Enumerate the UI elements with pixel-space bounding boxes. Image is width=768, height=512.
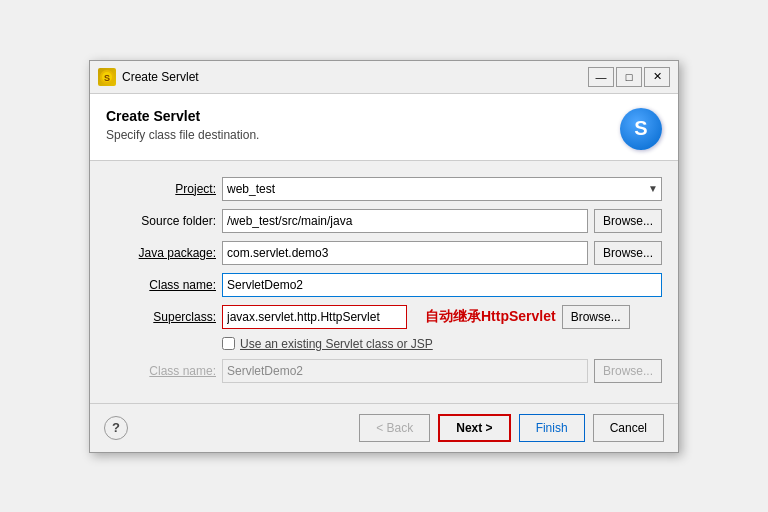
use-existing-text: Use an existing Servlet class or JSP xyxy=(240,337,433,351)
close-button[interactable]: ✕ xyxy=(644,67,670,87)
superclass-field-wrap: 自动继承HttpServlet Browse... xyxy=(222,305,662,329)
project-select[interactable]: web_test xyxy=(222,177,662,201)
source-folder-field-wrap: Browse... xyxy=(222,209,662,233)
header-left: Create Servlet Specify class file destin… xyxy=(106,108,259,142)
superclass-annotation: 自动继承HttpServlet xyxy=(425,308,556,326)
create-servlet-dialog: S Create Servlet — □ ✕ Create Servlet Sp… xyxy=(89,60,679,453)
java-package-field-wrap: Browse... xyxy=(222,241,662,265)
next-button[interactable]: Next > xyxy=(438,414,510,442)
header-subtitle: Specify class file destination. xyxy=(106,128,259,142)
class-name-input[interactable] xyxy=(222,273,662,297)
java-package-row: Java package: Browse... xyxy=(106,241,662,265)
cancel-button[interactable]: Cancel xyxy=(593,414,664,442)
use-existing-label: Use an existing Servlet class or JSP xyxy=(222,337,433,351)
class-name-disabled-browse-button: Browse... xyxy=(594,359,662,383)
project-dropdown-wrap: web_test ▼ xyxy=(222,177,662,201)
project-field-wrap: web_test ▼ xyxy=(222,177,662,201)
class-name-disabled-label: Class name: xyxy=(106,364,216,378)
project-row: Project: web_test ▼ xyxy=(106,177,662,201)
dialog-header: Create Servlet Specify class file destin… xyxy=(90,94,678,161)
dialog-body: Project: web_test ▼ Source folder: Brows… xyxy=(90,161,678,403)
java-package-input[interactable] xyxy=(222,241,588,265)
java-package-browse-button[interactable]: Browse... xyxy=(594,241,662,265)
source-folder-row: Source folder: Browse... xyxy=(106,209,662,233)
source-folder-input[interactable] xyxy=(222,209,588,233)
maximize-button[interactable]: □ xyxy=(616,67,642,87)
use-existing-checkbox[interactable] xyxy=(222,337,235,350)
class-name-disabled-field-wrap: Browse... xyxy=(222,359,662,383)
dialog-icon: S xyxy=(98,68,116,86)
superclass-input[interactable] xyxy=(222,305,407,329)
title-bar-controls: — □ ✕ xyxy=(588,67,670,87)
dialog-footer: ? < Back Next > Finish Cancel xyxy=(90,403,678,452)
superclass-browse-button[interactable]: Browse... xyxy=(562,305,630,329)
class-name-label: Class name: xyxy=(106,278,216,292)
java-package-label: Java package: xyxy=(106,246,216,260)
title-bar: S Create Servlet — □ ✕ xyxy=(90,61,678,94)
superclass-label: Superclass: xyxy=(106,310,216,324)
use-existing-row: Use an existing Servlet class or JSP xyxy=(106,337,662,351)
source-folder-browse-button[interactable]: Browse... xyxy=(594,209,662,233)
class-name-disabled-row: Class name: Browse... xyxy=(106,359,662,383)
minimize-button[interactable]: — xyxy=(588,67,614,87)
finish-button[interactable]: Finish xyxy=(519,414,585,442)
title-bar-text: Create Servlet xyxy=(122,70,582,84)
class-name-field-wrap xyxy=(222,273,662,297)
svg-text:S: S xyxy=(104,73,110,83)
header-title: Create Servlet xyxy=(106,108,259,124)
superclass-row: Superclass: 自动继承HttpServlet Browse... xyxy=(106,305,662,329)
class-name-disabled-input xyxy=(222,359,588,383)
header-logo: S xyxy=(620,108,662,150)
back-button[interactable]: < Back xyxy=(359,414,430,442)
class-name-row: Class name: xyxy=(106,273,662,297)
project-label: Project: xyxy=(106,182,216,196)
help-button[interactable]: ? xyxy=(104,416,128,440)
source-folder-label: Source folder: xyxy=(106,214,216,228)
